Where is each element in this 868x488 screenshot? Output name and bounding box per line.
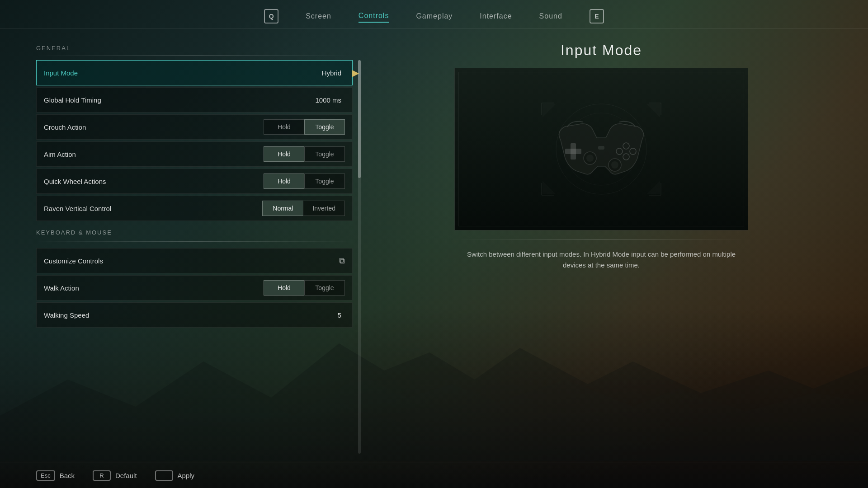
setting-name-crouch-action: Crouch Action: [44, 123, 264, 131]
settings-list-wrapper: Input Mode Hybrid ▶ Global Hold Timing 1…: [36, 60, 353, 454]
setting-row-quick-wheel-actions[interactable]: Quick Wheel Actions Hold Toggle: [36, 169, 353, 194]
setting-row-walking-speed[interactable]: Walking Speed 5: [36, 302, 353, 328]
walk-toggle-btn[interactable]: Toggle: [304, 280, 345, 296]
aim-toggle-btn[interactable]: Toggle: [304, 146, 345, 162]
raven-vertical-toggle: Normal Inverted: [262, 201, 345, 216]
apply-key: —: [155, 470, 173, 481]
setting-name-aim-action: Aim Action: [44, 150, 264, 158]
setting-name-walking-speed: Walking Speed: [44, 311, 338, 319]
svg-point-9: [586, 155, 594, 162]
default-key: R: [93, 470, 111, 481]
apply-action[interactable]: — Apply: [155, 470, 195, 481]
setting-name-quick-wheel-actions: Quick Wheel Actions: [44, 178, 264, 185]
nav-item-controls[interactable]: Controls: [359, 10, 389, 23]
left-panel: GENERAL Input Mode Hybrid ▶ Global Hold …: [36, 38, 353, 454]
nav-item-sound[interactable]: Sound: [539, 10, 562, 22]
setting-name-input-mode: Input Mode: [44, 69, 322, 77]
nav-key-q[interactable]: Q: [264, 9, 278, 23]
crouch-hold-btn[interactable]: Hold: [264, 119, 304, 135]
general-divider: [36, 55, 353, 56]
setting-name-raven-vertical-control: Raven Vertical Control: [44, 205, 262, 212]
setting-row-crouch-action[interactable]: Crouch Action Hold Toggle: [36, 114, 353, 140]
setting-name-walk-action: Walk Action: [44, 284, 264, 292]
setting-row-global-hold-timing[interactable]: Global Hold Timing 1000 ms: [36, 87, 353, 113]
cursor-arrow: ▶: [352, 67, 359, 78]
crouch-action-toggle: Hold Toggle: [264, 119, 345, 135]
svg-point-11: [611, 161, 618, 169]
nav-item-interface[interactable]: Interface: [480, 10, 512, 22]
setting-row-customize-controls[interactable]: Customize Controls ⧉: [36, 248, 353, 273]
nav-item-screen[interactable]: Screen: [306, 10, 331, 22]
detail-title: Input Mode: [561, 42, 642, 59]
detail-divider: [454, 239, 748, 240]
copy-icon: ⧉: [339, 256, 345, 266]
default-action[interactable]: R Default: [93, 470, 137, 481]
controller-icon: [538, 99, 665, 199]
setting-row-raven-vertical-control[interactable]: Raven Vertical Control Normal Inverted: [36, 196, 353, 221]
setting-name-global-hold-timing: Global Hold Timing: [44, 96, 315, 104]
kb-mouse-section-label: KEYBOARD & MOUSE: [36, 229, 353, 236]
quick-wheel-toggle: Hold Toggle: [264, 174, 345, 189]
svg-rect-12: [598, 146, 604, 150]
back-key: Esc: [36, 470, 55, 481]
scrollbar[interactable]: [358, 60, 361, 454]
setting-name-customize-controls: Customize Controls: [44, 257, 339, 265]
apply-label: Apply: [178, 472, 195, 479]
walk-hold-btn[interactable]: Hold: [264, 280, 304, 296]
setting-row-walk-action[interactable]: Walk Action Hold Toggle: [36, 275, 353, 300]
detail-description: Switch between different input modes. In…: [461, 249, 741, 271]
right-panel: Input Mode: [371, 38, 832, 454]
back-action[interactable]: Esc Back: [36, 470, 75, 481]
crouch-toggle-btn[interactable]: Toggle: [304, 119, 345, 135]
setting-value-walking-speed: 5: [338, 311, 341, 319]
detail-image-box: [454, 68, 748, 230]
raven-normal-btn[interactable]: Normal: [262, 201, 303, 216]
aim-hold-btn[interactable]: Hold: [264, 146, 304, 162]
bottom-bar: Esc Back R Default — Apply: [0, 463, 868, 488]
general-section-label: GENERAL: [36, 45, 353, 52]
nav-key-e[interactable]: E: [590, 9, 604, 23]
nav-item-gameplay[interactable]: Gameplay: [416, 10, 453, 22]
aim-action-toggle: Hold Toggle: [264, 146, 345, 162]
setting-value-input-mode: Hybrid: [322, 69, 341, 77]
top-nav: Q Screen Controls Gameplay Interface Sou…: [0, 0, 868, 28]
quick-wheel-toggle-btn[interactable]: Toggle: [304, 174, 345, 189]
quick-wheel-hold-btn[interactable]: Hold: [264, 174, 304, 189]
setting-row-input-mode[interactable]: Input Mode Hybrid ▶: [36, 60, 353, 85]
settings-list: Input Mode Hybrid ▶ Global Hold Timing 1…: [36, 60, 353, 328]
walk-action-toggle: Hold Toggle: [264, 280, 345, 296]
default-label: Default: [115, 472, 137, 479]
kb-mouse-divider: [36, 241, 353, 242]
setting-value-global-hold-timing: 1000 ms: [315, 96, 341, 104]
raven-inverted-btn[interactable]: Inverted: [303, 201, 345, 216]
svg-rect-3: [565, 149, 581, 154]
setting-row-aim-action[interactable]: Aim Action Hold Toggle: [36, 141, 353, 167]
back-label: Back: [60, 472, 75, 479]
